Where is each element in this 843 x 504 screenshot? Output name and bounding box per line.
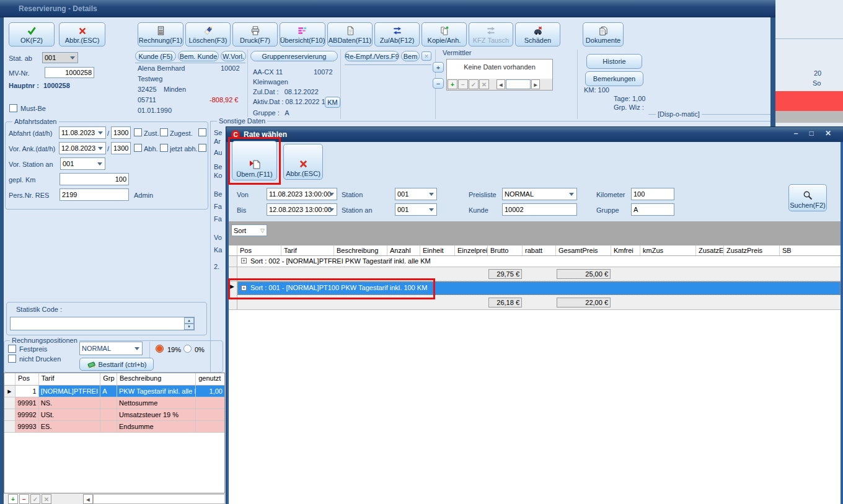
abfahrt-time-field[interactable]: 1300 [111,126,131,139]
bemerkungen-button[interactable]: Bemerkungen [585,71,643,86]
sort-filter-combo[interactable]: Sort ▽ [231,224,267,236]
stat-ab-combo[interactable]: 001 [42,52,78,63]
main-titlebar[interactable]: Reservierung - Details [0,0,775,17]
re-empf-close-button[interactable]: ✕ [422,51,431,61]
zuab-button[interactable]: Zu/Ab(F12) [374,22,420,46]
positions-remove-button[interactable]: − [19,494,29,504]
vermittler-page-field[interactable] [506,79,531,89]
grid-header-kmzus[interactable]: kmZus [640,245,696,255]
besttarif-button[interactable]: Besttarif (ctrl+b) [79,358,154,371]
abh-checkbox[interactable] [134,144,142,152]
uebersicht-button[interactable]: Übersicht(F10) [280,22,325,46]
vermittler-nav-add-button[interactable]: + [448,79,457,89]
grid-header-einzelpreis[interactable]: Einzelpreis [455,245,488,255]
vor-ank-time-field[interactable]: 1300 [111,142,131,154]
kopie-button[interactable]: Kopie/Anh. [422,22,467,46]
vermittler-prev-button[interactable]: ◂ [497,79,505,89]
bis-combo[interactable]: 12.08.2023 13:00:00 [267,203,337,216]
positions-scroll-left-button[interactable]: ◂ [83,494,93,504]
vermittler-nav-remove-button[interactable]: − [458,79,468,89]
rate-group-row-002[interactable]: + Sort : 002 - [NORMAL]PTFREI PKW Tagest… [237,256,841,267]
vermittler-next-button[interactable]: ▸ [531,79,540,89]
minimize-button[interactable]: – [790,129,801,138]
vor-station-combo[interactable]: 001 [60,157,105,170]
table-row[interactable]: 99993 ES. Endsumme [4,421,224,433]
bem-kunde-button[interactable]: Bem. Kunde [178,51,219,61]
dokumente-button[interactable]: Dokumente [583,22,624,46]
grid-header-zusatzei[interactable]: ZusatzEi [696,245,724,255]
festpreis-checkbox[interactable] [8,345,16,353]
grid-header-anzahl[interactable]: Anzahl [387,245,420,255]
vermittler-remove-button[interactable]: − [433,78,444,89]
station-combo[interactable]: 001 [395,188,437,200]
abfahrt-date-combo[interactable]: 11.08.2023 [59,126,106,139]
grid-header-rabatt[interactable]: rabatt [523,245,556,255]
expand-icon[interactable]: + [241,258,247,263]
kfz-tausch-button[interactable]: KFZ Tausch [469,22,513,46]
statistik-spin-up-button[interactable]: ▲ [184,317,194,324]
vermittler-add-button[interactable]: + [433,62,444,73]
nicht-drucken-checkbox[interactable] [8,355,16,363]
grid-header-tarif[interactable]: Tarif [281,245,334,255]
mwst-19-radio[interactable] [156,345,164,353]
must-be-checkbox[interactable] [9,104,17,112]
ok-button[interactable]: OK(F2) [9,22,55,46]
maximize-button[interactable]: □ [806,129,817,138]
re-empf-button[interactable]: Re-Empf./Vers.F9 [345,51,399,61]
suchen-button[interactable]: Suchen(F2) [788,184,827,211]
positions-cancel-button[interactable]: ✕ [42,494,51,504]
dialog-preisliste-combo[interactable]: NORMAL [502,188,577,200]
pers-nr-field[interactable]: 2199 [60,188,129,201]
dialog-kunde-field[interactable]: 10002 [502,203,577,216]
vermittler-nav-cancel-button[interactable]: ✕ [479,79,489,89]
statistik-code-field[interactable] [10,317,195,330]
positions-header-beschreibung[interactable]: Beschreibung [117,373,196,385]
wvorl-button[interactable]: W.Vorl. [221,51,246,61]
dialog-titlebar[interactable]: C Rate wählen – □ ✕ [226,127,843,142]
abdaten-button[interactable]: ABDaten(F11) [327,22,373,46]
vermittler-nav-post-button[interactable]: ✓ [469,79,479,89]
zugest2-checkbox[interactable] [198,128,206,136]
grid-header-kmfrei[interactable]: Kmfrei [611,245,640,255]
grid-header-zusatzpreis[interactable]: ZusatzPreis [724,245,780,255]
druck-button[interactable]: Druck(F7) [232,22,278,46]
vor-ank-date-combo[interactable]: 12.08.2023 [59,142,106,154]
positions-add-button[interactable]: + [8,494,18,504]
statistik-spin-down-button[interactable]: ▼ [184,324,194,330]
loeschen-button[interactable]: Löschen(F3) [185,22,231,46]
table-row[interactable]: ▶ 1 [NORMAL]PTFREI A PKW Tagestarif inkl… [4,386,224,397]
bem-button[interactable]: Bem [401,51,420,61]
dialog-gruppe-field[interactable]: A [631,203,674,216]
dialog-cancel-button[interactable]: Abbr.(ESC) [283,144,323,180]
grid-header-sb[interactable]: SB [780,245,841,255]
grid-header-pos[interactable]: Pos [237,245,281,255]
mwst-0-radio[interactable] [183,345,192,353]
zugest-checkbox[interactable] [160,128,168,136]
mv-nr-field[interactable]: 1000258 [45,67,94,78]
rechnung-button[interactable]: Rechnung(F1) [138,22,183,46]
kilometer-field[interactable]: 100 [631,188,674,200]
table-row[interactable]: 99991 NS. Nettosumme [4,397,224,409]
jetzt-abh-checkbox[interactable] [160,144,168,152]
grid-header-brutto[interactable]: Brutto [488,245,523,255]
zust-checkbox[interactable] [134,128,142,136]
km-button[interactable]: KM [325,97,340,108]
kunde-button[interactable]: Kunde (F5) [135,51,176,61]
schaeden-button[interactable]: Schäden [515,22,560,46]
historie-button[interactable]: Historie [586,54,642,69]
preisliste-combo[interactable]: NORMAL [79,342,143,355]
von-combo[interactable]: 11.08.2023 13:00:00 [267,188,337,200]
abh2-checkbox[interactable] [198,144,206,152]
gepl-km-field[interactable]: 100 [60,173,129,185]
positions-header-genutzt[interactable]: genutzt [196,373,224,385]
positions-header-grp[interactable]: Grp [100,373,117,385]
table-row[interactable]: 99992 USt. Umsatzsteuer 19 % [4,409,224,421]
gruppenreservierung-button[interactable]: Gruppenreservierung [250,51,338,61]
positions-post-button[interactable]: ✓ [30,494,40,504]
cancel-button[interactable]: Abbr.(ESC) [59,22,105,46]
station-an-combo[interactable]: 001 [395,203,437,216]
positions-header-pos[interactable]: Pos [15,373,39,385]
grid-header-gesamtpreis[interactable]: GesamtPreis [556,245,611,255]
positions-header-tarif[interactable]: Tarif [39,373,100,385]
grid-header-beschreibung[interactable]: Beschreibung [334,245,387,255]
